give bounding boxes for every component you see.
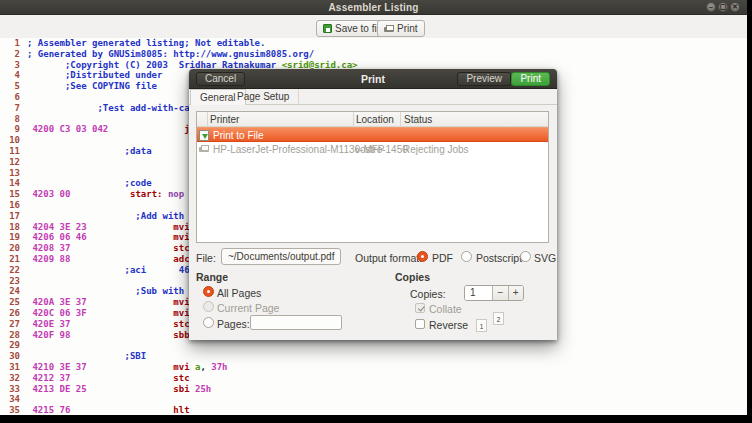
code-segment: 420A 3E 37 [32, 297, 86, 307]
reverse-checkbox[interactable] [415, 319, 425, 329]
code-segment: sbi [173, 384, 189, 394]
line-number: 32 [0, 373, 20, 384]
printer-icon [199, 145, 209, 153]
line-code: 4212 37 stc [27, 373, 190, 384]
line-code: 4210 3E 37 mvi a, 37h [27, 362, 228, 373]
line-number: 2 [0, 49, 20, 60]
maximize-icon[interactable]: ▢ [718, 2, 728, 12]
collate-label: Collate [429, 303, 462, 315]
print-to-file-icon [199, 130, 209, 141]
window-title: Assembler Listing [328, 2, 418, 13]
copies-increment-button[interactable]: + [508, 286, 523, 300]
code-segment [70, 254, 173, 264]
code-segment [87, 222, 174, 232]
line-number: 13 [0, 168, 20, 179]
line-number: 16 [0, 200, 20, 211]
listing-line: 31 4210 3E 37 mvi a, 37h [0, 362, 747, 373]
listing-line: 34 [0, 394, 747, 405]
range-label-all-pages[interactable]: All Pages [217, 287, 261, 299]
line-code: 420F 98 sbb [27, 330, 190, 341]
file-label: File: [196, 252, 216, 264]
code-segment: 4203 00 [32, 189, 70, 199]
line-number: 27 [0, 319, 20, 330]
code-segment: 4206 06 46 [32, 232, 86, 242]
copies-decrement-button[interactable]: − [492, 286, 507, 300]
save-icon [323, 24, 332, 33]
format-radio-postscript[interactable] [461, 251, 472, 262]
pages-input[interactable] [250, 315, 342, 330]
code-segment: 4212 37 [32, 373, 70, 383]
print-confirm-button[interactable]: Print [511, 72, 550, 86]
tab-page-setup[interactable]: Page Setup [228, 89, 299, 105]
line-number: 26 [0, 308, 20, 319]
line-number: 30 [0, 351, 20, 362]
code-segment: sbb [173, 330, 189, 340]
column-separator [400, 112, 401, 127]
printer-list[interactable]: Printer Location Status Print to File HP… [196, 111, 549, 243]
print-button[interactable]: Print [377, 20, 425, 37]
printer-location: vostro-1450 [355, 142, 408, 157]
line-code: 420E 37 stc [27, 319, 190, 330]
code-segment [87, 232, 174, 242]
code-segment [87, 297, 174, 307]
copies-value[interactable]: 1 [465, 286, 492, 300]
column-header-location[interactable]: Location [356, 114, 394, 125]
line-code: ;Test add-with-car [27, 103, 195, 114]
code-segment [87, 384, 174, 394]
format-label-pdf[interactable]: PDF [432, 252, 453, 264]
line-number: 17 [0, 211, 20, 222]
column-header-status[interactable]: Status [404, 114, 432, 125]
range-radio-pages[interactable] [203, 317, 214, 328]
print-label: Print [397, 23, 418, 34]
reverse-label[interactable]: Reverse [429, 319, 468, 331]
line-number: 7 [0, 103, 20, 114]
format-radio-svg[interactable] [520, 251, 531, 262]
code-segment: 37h [211, 362, 227, 372]
printer-list-header[interactable]: Printer Location Status [197, 112, 548, 127]
minimize-icon[interactable]: – [706, 2, 716, 12]
line-code: ;code [27, 178, 152, 189]
code-segment: mvi [173, 308, 189, 318]
code-segment: 420E 37 [32, 319, 70, 329]
line-number: 21 [0, 254, 20, 265]
code-segment: ; Generated by GNUSim8085: http://www.gn… [27, 49, 314, 59]
format-label-postscript[interactable]: Postscript [476, 252, 522, 264]
code-segment: 4204 3E 23 [32, 222, 86, 232]
titlebar[interactable]: Assembler Listing – ▢ ✕ [0, 0, 747, 15]
code-segment: stc [173, 373, 189, 383]
code-segment: 4200 C3 03 042 [32, 124, 108, 134]
line-number: 18 [0, 222, 20, 233]
line-number: 19 [0, 232, 20, 243]
range-label-pages[interactable]: Pages: [217, 318, 250, 330]
range-radio-all-pages[interactable] [203, 286, 214, 297]
line-number: 10 [0, 135, 20, 146]
collate-checkbox [415, 303, 425, 313]
line-number: 33 [0, 384, 20, 395]
column-separator [207, 112, 208, 127]
format-label-svg[interactable]: SVG [534, 252, 556, 264]
print-dialog-headerbar[interactable]: Print Cancel Preview Print [189, 69, 557, 89]
listing-line: 1; Assembler generated listing; Not edit… [0, 38, 747, 49]
listing-line: 29 [0, 340, 747, 351]
printer-row-hp-laserjet[interactable]: HP-LaserJet-Professional-M1136-MFP vostr… [197, 142, 548, 157]
code-segment [70, 319, 173, 329]
copies-label: Copies: [410, 288, 446, 300]
line-number: 25 [0, 297, 20, 308]
preview-button[interactable]: Preview [457, 72, 511, 86]
line-code: 4215 76 hlt [27, 405, 190, 415]
line-code: 420C 06 3F mvi [27, 308, 190, 319]
file-chooser-button[interactable]: ~/Documents/output.pdf [221, 248, 341, 265]
line-number: 28 [0, 330, 20, 341]
line-number: 11 [0, 146, 20, 157]
format-radio-pdf[interactable] [417, 251, 428, 262]
listing-line: 30 ;SBI [0, 351, 747, 362]
line-code: 4208 37 stc [27, 243, 190, 254]
close-icon[interactable]: ✕ [730, 2, 740, 12]
column-header-printer[interactable]: Printer [210, 114, 239, 125]
line-number: 1 [0, 38, 20, 49]
printer-row-print-to-file[interactable]: Print to File [197, 127, 548, 142]
code-segment: mvi [173, 222, 189, 232]
window-controls: – ▢ ✕ [706, 2, 740, 12]
code-segment: mvi [173, 232, 189, 242]
cancel-button[interactable]: Cancel [196, 72, 245, 86]
